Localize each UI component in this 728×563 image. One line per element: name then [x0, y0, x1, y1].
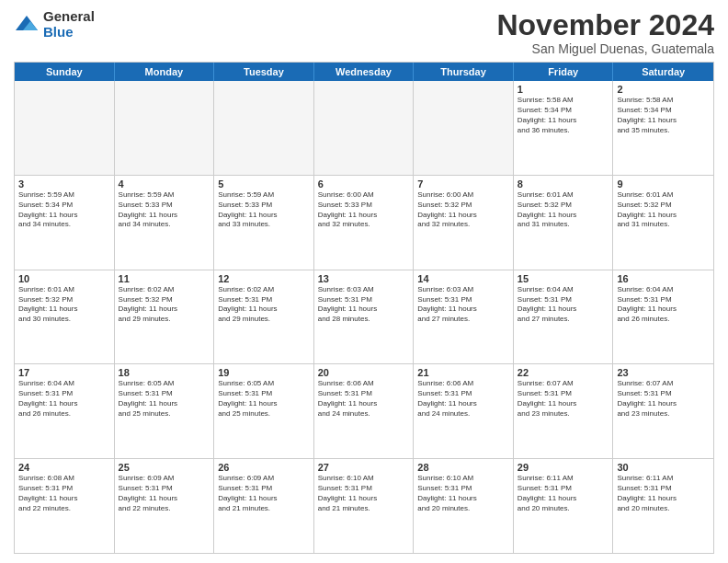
cal-cell-12: 12Sunrise: 6:02 AMSunset: 5:31 PMDayligh…: [214, 270, 314, 364]
day-info: Sunrise: 6:11 AMSunset: 5:31 PMDaylight:…: [617, 474, 710, 513]
day-info: Sunrise: 6:10 AMSunset: 5:31 PMDaylight:…: [318, 474, 410, 513]
header-day-tuesday: Tuesday: [214, 63, 314, 81]
cal-cell-30: 30Sunrise: 6:11 AMSunset: 5:31 PMDayligh…: [613, 459, 713, 553]
day-info: Sunrise: 6:01 AMSunset: 5:32 PMDaylight:…: [518, 190, 609, 230]
day-info: Sunrise: 5:58 AMSunset: 5:34 PMDaylight:…: [518, 96, 609, 135]
day-info: Sunrise: 6:04 AMSunset: 5:31 PMDaylight:…: [18, 379, 110, 419]
logo-icon: [14, 12, 40, 38]
cal-cell-15: 15Sunrise: 6:04 AMSunset: 5:31 PMDayligh…: [514, 270, 614, 364]
cal-cell-27: 27Sunrise: 6:10 AMSunset: 5:31 PMDayligh…: [314, 459, 415, 553]
cal-cell-empty: [115, 81, 215, 175]
cal-cell-21: 21Sunrise: 6:06 AMSunset: 5:31 PMDayligh…: [414, 364, 514, 458]
calendar-header: SundayMondayTuesdayWednesdayThursdayFrid…: [15, 63, 713, 81]
day-info: Sunrise: 6:09 AMSunset: 5:31 PMDaylight:…: [119, 474, 210, 513]
day-number: 30: [617, 462, 710, 473]
cal-cell-empty: [414, 81, 514, 175]
day-info: Sunrise: 6:06 AMSunset: 5:31 PMDaylight:…: [417, 379, 509, 419]
cal-cell-6: 6Sunrise: 6:00 AMSunset: 5:33 PMDaylight…: [314, 176, 415, 270]
cal-cell-8: 8Sunrise: 6:01 AMSunset: 5:32 PMDaylight…: [514, 176, 614, 270]
header-day-sunday: Sunday: [15, 63, 115, 81]
day-number: 16: [617, 273, 710, 284]
calendar-row-4: 24Sunrise: 6:08 AMSunset: 5:31 PMDayligh…: [15, 459, 713, 553]
day-info: Sunrise: 6:03 AMSunset: 5:31 PMDaylight:…: [417, 285, 509, 325]
day-number: 25: [119, 462, 210, 473]
cal-cell-18: 18Sunrise: 6:05 AMSunset: 5:31 PMDayligh…: [115, 364, 215, 458]
cal-cell-empty: [314, 81, 415, 175]
cal-cell-empty: [15, 81, 115, 175]
day-number: 1: [518, 84, 609, 95]
cal-cell-3: 3Sunrise: 5:59 AMSunset: 5:34 PMDaylight…: [15, 176, 115, 270]
header-day-monday: Monday: [115, 63, 215, 81]
day-info: Sunrise: 6:02 AMSunset: 5:32 PMDaylight:…: [119, 285, 210, 325]
calendar: SundayMondayTuesdayWednesdayThursdayFrid…: [14, 62, 714, 554]
day-number: 22: [518, 367, 609, 378]
day-number: 6: [318, 178, 410, 190]
day-number: 5: [218, 178, 310, 190]
day-number: 28: [417, 462, 509, 473]
day-number: 18: [119, 367, 210, 378]
cal-cell-26: 26Sunrise: 6:09 AMSunset: 5:31 PMDayligh…: [214, 459, 314, 553]
cal-cell-24: 24Sunrise: 6:08 AMSunset: 5:31 PMDayligh…: [15, 459, 115, 553]
day-number: 26: [218, 462, 310, 473]
day-number: 23: [617, 367, 710, 378]
page: General Blue November 2024 San Miguel Du…: [0, 0, 728, 563]
header-day-saturday: Saturday: [613, 63, 713, 81]
cal-cell-1: 1Sunrise: 5:58 AMSunset: 5:34 PMDaylight…: [514, 81, 614, 175]
subtitle: San Miguel Duenas, Guatemala: [496, 41, 714, 56]
logo: General Blue: [14, 9, 95, 40]
day-number: 14: [417, 273, 509, 284]
cal-cell-19: 19Sunrise: 6:05 AMSunset: 5:31 PMDayligh…: [214, 364, 314, 458]
day-info: Sunrise: 6:07 AMSunset: 5:31 PMDaylight:…: [617, 379, 710, 419]
day-number: 9: [617, 178, 710, 190]
logo-blue: Blue: [43, 25, 95, 40]
day-info: Sunrise: 6:08 AMSunset: 5:31 PMDaylight:…: [18, 474, 110, 513]
cal-cell-23: 23Sunrise: 6:07 AMSunset: 5:31 PMDayligh…: [613, 364, 713, 458]
cal-cell-empty: [214, 81, 314, 175]
calendar-row-3: 17Sunrise: 6:04 AMSunset: 5:31 PMDayligh…: [15, 364, 713, 459]
day-number: 15: [518, 273, 609, 284]
cal-cell-29: 29Sunrise: 6:11 AMSunset: 5:31 PMDayligh…: [514, 459, 614, 553]
day-info: Sunrise: 6:02 AMSunset: 5:31 PMDaylight:…: [218, 285, 310, 325]
cal-cell-25: 25Sunrise: 6:09 AMSunset: 5:31 PMDayligh…: [115, 459, 215, 553]
day-info: Sunrise: 6:07 AMSunset: 5:31 PMDaylight:…: [518, 379, 609, 419]
day-number: 11: [119, 273, 210, 284]
day-info: Sunrise: 6:00 AMSunset: 5:33 PMDaylight:…: [318, 190, 410, 230]
day-info: Sunrise: 6:00 AMSunset: 5:32 PMDaylight:…: [417, 190, 509, 230]
day-info: Sunrise: 6:05 AMSunset: 5:31 PMDaylight:…: [119, 379, 210, 419]
cal-cell-17: 17Sunrise: 6:04 AMSunset: 5:31 PMDayligh…: [15, 364, 115, 458]
calendar-row-2: 10Sunrise: 6:01 AMSunset: 5:32 PMDayligh…: [15, 270, 713, 365]
day-number: 10: [18, 273, 110, 284]
day-info: Sunrise: 6:04 AMSunset: 5:31 PMDaylight:…: [617, 285, 710, 325]
day-number: 20: [318, 367, 410, 378]
day-number: 29: [518, 462, 609, 473]
day-info: Sunrise: 6:10 AMSunset: 5:31 PMDaylight:…: [417, 474, 509, 513]
day-info: Sunrise: 6:05 AMSunset: 5:31 PMDaylight:…: [218, 379, 310, 419]
day-info: Sunrise: 6:06 AMSunset: 5:31 PMDaylight:…: [318, 379, 410, 419]
cal-cell-28: 28Sunrise: 6:10 AMSunset: 5:31 PMDayligh…: [414, 459, 514, 553]
day-number: 7: [417, 178, 509, 190]
day-info: Sunrise: 6:01 AMSunset: 5:32 PMDaylight:…: [18, 285, 110, 325]
calendar-row-0: 1Sunrise: 5:58 AMSunset: 5:34 PMDaylight…: [15, 81, 713, 176]
day-info: Sunrise: 6:03 AMSunset: 5:31 PMDaylight:…: [318, 285, 410, 325]
day-info: Sunrise: 5:59 AMSunset: 5:33 PMDaylight:…: [119, 190, 210, 230]
calendar-row-1: 3Sunrise: 5:59 AMSunset: 5:34 PMDaylight…: [15, 176, 713, 270]
day-number: 4: [119, 178, 210, 190]
day-number: 21: [417, 367, 509, 378]
day-number: 2: [617, 84, 710, 95]
day-number: 27: [318, 462, 410, 473]
cal-cell-4: 4Sunrise: 5:59 AMSunset: 5:33 PMDaylight…: [115, 176, 215, 270]
day-info: Sunrise: 6:11 AMSunset: 5:31 PMDaylight:…: [518, 474, 609, 513]
cal-cell-20: 20Sunrise: 6:06 AMSunset: 5:31 PMDayligh…: [314, 364, 415, 458]
calendar-body: 1Sunrise: 5:58 AMSunset: 5:34 PMDaylight…: [15, 81, 713, 553]
day-info: Sunrise: 6:09 AMSunset: 5:31 PMDaylight:…: [218, 474, 310, 513]
logo-text: General Blue: [43, 9, 95, 40]
cal-cell-13: 13Sunrise: 6:03 AMSunset: 5:31 PMDayligh…: [314, 270, 415, 364]
day-number: 3: [18, 178, 110, 190]
day-info: Sunrise: 6:04 AMSunset: 5:31 PMDaylight:…: [518, 285, 609, 325]
day-number: 19: [218, 367, 310, 378]
header-day-wednesday: Wednesday: [314, 63, 415, 81]
day-info: Sunrise: 5:58 AMSunset: 5:34 PMDaylight:…: [617, 96, 710, 135]
day-info: Sunrise: 6:01 AMSunset: 5:32 PMDaylight:…: [617, 190, 710, 230]
logo-general: General: [43, 9, 95, 25]
cal-cell-16: 16Sunrise: 6:04 AMSunset: 5:31 PMDayligh…: [613, 270, 713, 364]
